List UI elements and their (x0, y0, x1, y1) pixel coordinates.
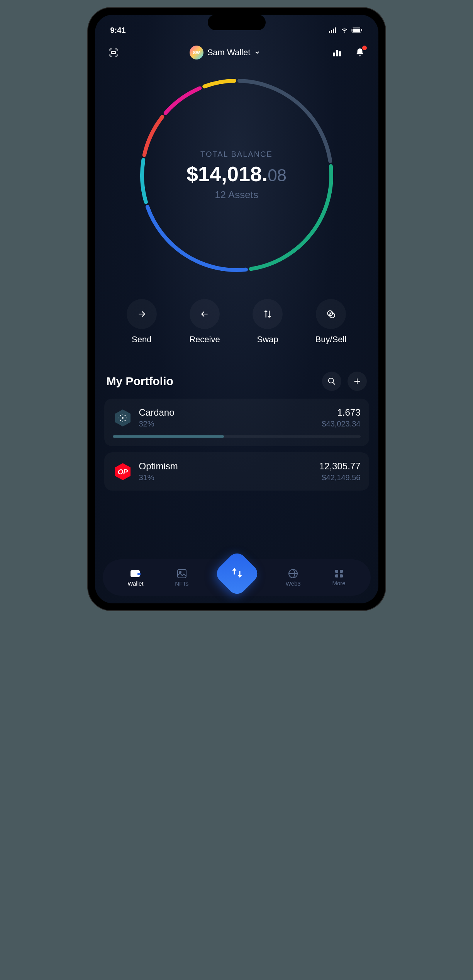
svg-rect-5 (353, 29, 360, 32)
action-send[interactable]: Send (127, 299, 157, 345)
action-buy-sell[interactable]: $Buy/Sell (315, 299, 347, 345)
asset-fiat: $43,023.34 (322, 420, 360, 428)
svg-rect-2 (333, 29, 334, 33)
optimism-logo-icon: OP (113, 462, 133, 482)
asset-card-cardano[interactable]: Cardano32%1.673$43,023.34 (104, 399, 369, 446)
add-button[interactable] (348, 372, 367, 391)
action-swap[interactable]: Swap (253, 299, 283, 345)
svg-text:OP: OP (117, 468, 128, 476)
scan-icon (108, 47, 119, 58)
svg-point-15 (122, 417, 124, 419)
status-time: 9:41 (110, 26, 126, 35)
tab-more[interactable]: More (332, 569, 345, 586)
swap-fab-icon (231, 566, 244, 579)
asset-fiat: $42,149.56 (319, 473, 361, 482)
svg-rect-27 (137, 573, 141, 575)
svg-rect-0 (329, 31, 330, 33)
svg-rect-33 (335, 574, 338, 577)
svg-rect-9 (339, 51, 341, 56)
svg-rect-3 (335, 27, 336, 33)
notifications-button[interactable] (353, 46, 367, 59)
assets-count: 12 Assets (186, 189, 287, 201)
portfolio-header: My Portfolio (95, 360, 378, 399)
svg-rect-1 (331, 30, 332, 33)
balance-center: TOTAL BALANCE $14,018.08 12 Assets (186, 150, 287, 201)
notification-badge (362, 46, 367, 50)
balance-donut-section: TOTAL BALANCE $14,018.08 12 Assets (95, 67, 378, 287)
asset-progress (113, 435, 361, 438)
svg-point-23 (126, 418, 127, 418)
asset-amount: 1.673 (322, 407, 360, 418)
svg-rect-31 (335, 570, 338, 573)
wifi-icon (341, 27, 348, 33)
arrow-left-icon (190, 299, 220, 329)
svg-point-22 (119, 418, 119, 418)
svg-rect-34 (340, 574, 343, 577)
asset-card-optimism[interactable]: OPOptimism31%12,305.77$42,149.56 (104, 452, 369, 491)
globe-icon (288, 569, 298, 579)
quick-actions: SendReceiveSwap$Buy/Sell (95, 287, 378, 360)
asset-amount: 12,305.77 (319, 461, 361, 472)
asset-list: Cardano32%1.673$43,023.34OPOptimism31%12… (95, 399, 378, 491)
notch (208, 15, 266, 30)
svg-point-13 (328, 378, 333, 383)
arrows-updown-icon (253, 299, 283, 329)
phone-frame: 9:41 SW Sam Wallet (88, 8, 385, 610)
battery-icon (351, 27, 363, 33)
image-icon (177, 569, 187, 579)
cardano-logo-icon (113, 408, 133, 428)
svg-point-21 (122, 421, 123, 422)
bar-chart-icon (332, 48, 342, 58)
avatar: SW (190, 46, 203, 59)
chart-button[interactable] (330, 46, 344, 59)
svg-rect-6 (361, 29, 362, 31)
coin-stack-icon: $ (316, 299, 346, 329)
arrow-right-icon (127, 299, 157, 329)
tab-nfts[interactable]: NFTs (175, 569, 188, 587)
signal-icon (329, 27, 337, 33)
svg-rect-7 (333, 53, 335, 56)
portfolio-title: My Portfolio (107, 375, 173, 388)
status-indicators (329, 27, 363, 33)
balance-amount: $14,018.08 (186, 162, 287, 186)
tab-web3[interactable]: Web3 (286, 569, 301, 587)
svg-rect-8 (336, 50, 337, 56)
tab-wallet[interactable]: Wallet (127, 569, 143, 587)
svg-point-16 (120, 415, 121, 416)
asset-name: Optimism (139, 461, 313, 472)
svg-point-19 (124, 420, 125, 421)
asset-name: Cardano (139, 407, 316, 418)
screen: 9:41 SW Sam Wallet (95, 15, 378, 603)
asset-percent: 32% (139, 420, 316, 428)
action-receive[interactable]: Receive (189, 299, 220, 345)
svg-point-18 (120, 420, 121, 421)
scan-button[interactable] (107, 46, 120, 59)
balance-label: TOTAL BALANCE (186, 150, 287, 159)
svg-point-29 (180, 571, 181, 573)
app-header: SW Sam Wallet (95, 38, 378, 67)
svg-rect-28 (178, 569, 186, 578)
asset-percent: 31% (139, 473, 313, 482)
svg-rect-32 (340, 570, 343, 573)
grid-icon (334, 569, 344, 578)
swap-fab[interactable] (213, 550, 261, 598)
wallet-name: Sam Wallet (207, 48, 251, 58)
tab-bar: Wallet NFTs Web3 More (103, 559, 371, 596)
wallet-selector[interactable]: SW Sam Wallet (190, 46, 261, 59)
chevron-down-icon (254, 49, 260, 56)
search-button[interactable] (322, 372, 341, 391)
wallet-icon (130, 569, 141, 579)
svg-point-20 (122, 414, 123, 414)
plus-icon (353, 377, 361, 386)
svg-point-17 (124, 415, 125, 416)
search-icon (327, 377, 336, 386)
